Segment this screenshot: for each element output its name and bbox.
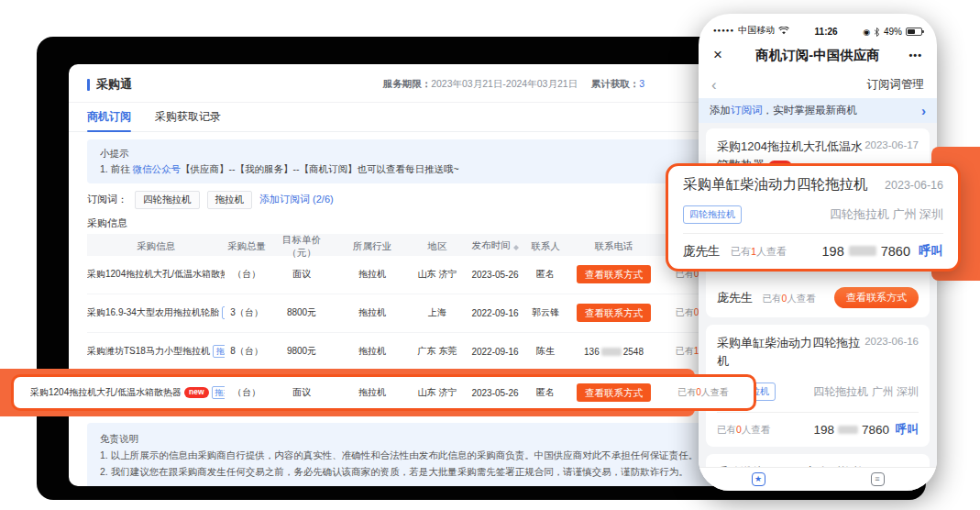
header-publish-time-label: 发布时间 (472, 239, 511, 250)
cell-contact: 郭云锋 (525, 306, 566, 319)
views-count: 已有1人查看 (731, 246, 787, 257)
cell-title: 采购16.9-34大型农用拖拉机轮胎 拖拉机 (87, 306, 225, 320)
contact-name: 庞先生 (717, 291, 753, 305)
phone-subnav: ‹ 订阅词管理 (699, 71, 937, 98)
cell-industry: 拖拉机 (335, 386, 410, 399)
battery-percent: 49% (884, 27, 902, 37)
card-meta: 四轮拖拉机 广州 深圳 (830, 206, 943, 223)
view-contact-button[interactable]: 查看联系方式 (834, 287, 919, 308)
divider (717, 412, 919, 413)
cell-quantity: （台） (225, 386, 269, 399)
header-quantity: 采购总量 (225, 240, 269, 253)
tab-procurement-records[interactable]: 采购获取记录 (155, 103, 221, 131)
card-contact-views: 庞先生 已有1人查看 (683, 242, 787, 260)
tip-text-pre: 1. 前往 (100, 163, 133, 174)
masked-digits (838, 426, 858, 434)
tab-business-subscription[interactable]: 商机订阅 (87, 103, 131, 131)
subscription-word-manage-link[interactable]: 订阅词管理 (867, 77, 925, 93)
cell-price: 面议 (269, 268, 335, 281)
card-date: 2023-06-16 (864, 334, 919, 370)
row-title-text: 采购1204拖拉机大孔/低温水箱散热器 (30, 386, 182, 399)
header-phone: 联系电话 (566, 240, 662, 253)
title-accent-bar (87, 79, 90, 91)
divider (683, 233, 943, 234)
header-info: 采购信息 (87, 240, 225, 253)
header-publish-time[interactable]: 发布时间 (465, 239, 525, 253)
business-card: 采购潍坊TS18马力小型拖拉机 2023-06-17 拖拉机 拖拉机 上海 查看… (706, 454, 930, 467)
close-icon[interactable]: × (713, 46, 722, 64)
cell-industry: 拖拉机 (335, 345, 410, 358)
subscription-word-chip: 四轮拖拉机 (135, 191, 200, 209)
keyword-tag: 四轮拖拉机 (683, 205, 742, 224)
cumulative-label: 累计获取： (591, 78, 640, 89)
phone-tab-bar: ★ ≡ (699, 467, 937, 491)
views-count: 已有0人查看 (717, 424, 770, 437)
signal-icon: ●●●●● (713, 28, 734, 33)
cell-quantity: （台） (225, 268, 269, 281)
cell-region: 山东 济宁 (410, 386, 465, 399)
header-region: 地区 (410, 240, 465, 253)
cell-region: 广东 东莞 (410, 345, 465, 358)
cell-title: 采购1204拖拉机大孔/低温水箱散热器 new 拖拉机 (87, 268, 225, 282)
keyword-tag: 拖拉机 (213, 345, 225, 359)
row-title-text: 采购16.9-34大型农用拖拉机轮胎 (87, 306, 219, 319)
cell-contact: 匿名 (525, 386, 566, 399)
add-subscription-word-link[interactable]: 添加订阅词 (2/6) (259, 193, 334, 206)
cell-industry: 拖拉机 (335, 306, 410, 319)
highlighted-table-row: 采购1204拖拉机大孔/低温水箱散热器 new 拖拉机 （台） 面议 拖拉机 山… (11, 374, 756, 411)
more-icon[interactable]: ••• (908, 50, 922, 61)
banner-text: 添加订阅词，实时掌握最新商机 (710, 104, 857, 117)
cell-date: 2022-09-16 (465, 347, 525, 357)
cell-region: 上海 (410, 306, 465, 319)
card-title: 采购单缸柴油动力四轮拖拉机 (717, 334, 864, 370)
masked-digits (849, 246, 876, 256)
service-meta: 服务期限：2023年03月21日-2024年03月21日 累计获取：3 (383, 78, 644, 91)
call-link[interactable]: 呼叫 (896, 422, 919, 438)
card-contact-views: 庞先生 已有0人查看 (717, 289, 816, 306)
wechat-account-link[interactable]: 微信公众号 (133, 163, 182, 174)
rotation-lock-icon: ◉ (863, 28, 870, 37)
card-title: 采购单缸柴油动力四轮拖拉机 (683, 175, 868, 194)
view-contact-button[interactable]: 查看联系方式 (577, 265, 651, 284)
back-chevron-icon[interactable]: ‹ (711, 77, 717, 93)
header-contact: 联系人 (525, 240, 566, 253)
clock: 11:26 (815, 27, 838, 37)
view-contact-button[interactable]: 查看联系方式 (577, 383, 651, 403)
sort-icon[interactable] (513, 242, 519, 253)
message-tab-icon[interactable]: ≡ (871, 472, 885, 486)
view-contact-button[interactable]: 查看联系方式 (577, 304, 651, 323)
phone-nav-bar: × 商机订阅-中国供应商 ••• (699, 39, 937, 71)
wifi-icon (778, 27, 789, 35)
masked-digits (601, 348, 622, 356)
carrier-label: 中国移动 (738, 24, 775, 37)
cell-price: 面议 (269, 386, 335, 399)
row-title-text: 采购潍坊TS18马力小型拖拉机 (87, 345, 210, 358)
highlighted-business-card: 采购单缸柴油动力四轮拖拉机 2023-06-16 四轮拖拉机 四轮拖拉机 广州 … (666, 163, 961, 272)
cell-date: 2022-09-16 (465, 308, 525, 318)
header-target-price: 目标单价（元） (269, 234, 335, 260)
cell-quantity: 3（台） (225, 306, 269, 319)
cell-phone-number: 1362548 (566, 347, 662, 357)
phone-page-title: 商机订阅-中国供应商 (699, 47, 937, 64)
screenshot-stage: 采购通 服务期限：2023年03月21日-2024年03月21日 累计获取：3 … (0, 0, 980, 510)
row-title-text: 采购1204拖拉机大孔/低温水箱散热器 (87, 268, 225, 281)
service-period-value: 2023年03月21日-2024年03月21日 (431, 78, 578, 89)
new-badge: new (184, 387, 209, 398)
contact-name: 庞先生 (683, 244, 721, 258)
subscribe-tab-icon[interactable]: ★ (752, 472, 765, 486)
page-title: 采购通 (87, 76, 132, 93)
cell-date: 2023-05-26 (465, 270, 525, 280)
add-subscription-banner[interactable]: 添加订阅词，实时掌握最新商机 › (699, 98, 937, 123)
call-link[interactable]: 呼叫 (919, 243, 943, 260)
header-industry: 所属行业 (335, 240, 410, 253)
phone-status-bar: ●●●●● 中国移动 11:26 ◉ 49% (699, 14, 937, 39)
page-title-text: 采购通 (96, 76, 132, 93)
battery-icon (906, 28, 922, 36)
cell-date: 2023-05-26 (465, 388, 525, 398)
cell-price: 8800元 (269, 306, 335, 319)
cell-title: 采购潍坊TS18马力小型拖拉机 拖拉机 (87, 345, 225, 359)
cell-region: 山东 济宁 (410, 268, 465, 281)
phone-number: 1987860 呼叫 (813, 422, 919, 438)
chevron-right-icon: › (921, 103, 926, 118)
phone-number: 1987860 呼叫 (822, 243, 943, 260)
